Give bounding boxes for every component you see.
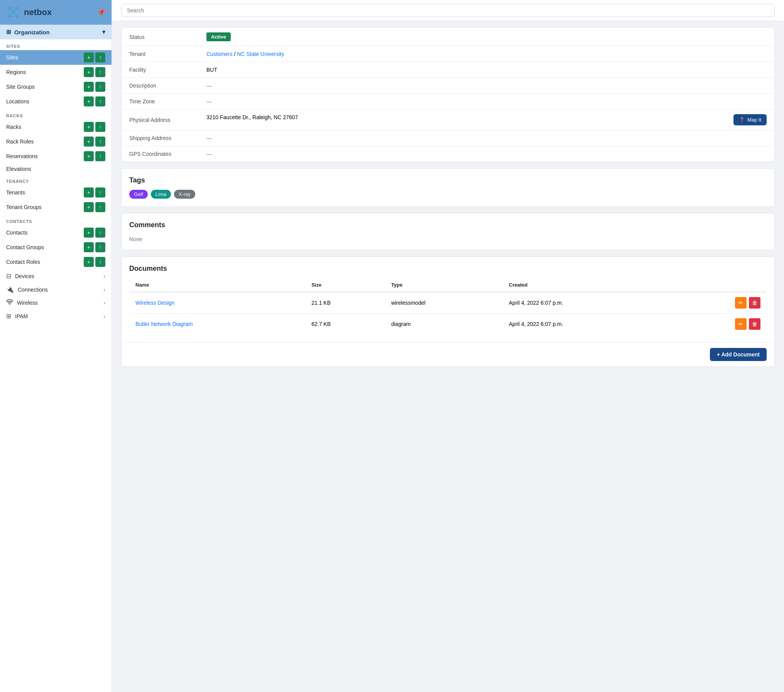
sidebar-item-contact-groups[interactable]: Contact Groups + ↑ — [0, 240, 112, 255]
sidebar-item-racks[interactable]: Racks + ↑ — [0, 120, 112, 134]
tag-lima[interactable]: Lima — [151, 190, 171, 199]
rack-roles-import-button[interactable]: ↑ — [95, 137, 105, 147]
tenant-groups-add-button[interactable]: + — [84, 202, 94, 212]
contact-roles-add-button[interactable]: + — [84, 257, 94, 267]
delete-wireless-design-button[interactable]: 🗑 — [749, 297, 760, 309]
sidebar-item-sites[interactable]: Sites + ↑ — [0, 50, 112, 65]
documents-card: Documents Name Size Type Created — [121, 257, 775, 367]
delete-butler-button[interactable]: 🗑 — [749, 318, 760, 330]
sites-label: Sites — [6, 54, 84, 61]
regions-import-button[interactable]: ↑ — [95, 67, 105, 77]
tenant-link-nc-state[interactable]: NC State University — [237, 51, 284, 57]
comments-value: None — [129, 235, 767, 242]
sidebar-item-wireless[interactable]: Wireless › — [0, 296, 112, 309]
sidebar-item-reservations[interactable]: Reservations + ↑ — [0, 149, 112, 164]
racks-actions: + ↑ — [84, 122, 105, 132]
tags-card: Tags Golf Lima X-ray — [121, 168, 775, 207]
reservations-add-button[interactable]: + — [84, 151, 94, 161]
chevron-right-icon: › — [103, 273, 105, 279]
sidebar-item-site-groups[interactable]: Site Groups + ↑ — [0, 79, 112, 94]
tenant-groups-import-button[interactable]: ↑ — [95, 202, 105, 212]
tenants-label: Tenants — [6, 189, 84, 196]
site-groups-add-button[interactable]: + — [84, 82, 94, 92]
contact-groups-import-button[interactable]: ↑ — [95, 242, 105, 252]
site-groups-import-button[interactable]: ↑ — [95, 82, 105, 92]
sidebar-item-ipam[interactable]: ⊞ IPAM › — [0, 309, 112, 323]
locations-label: Locations — [6, 98, 84, 105]
sidebar-item-devices[interactable]: ⊟ Devices › — [0, 269, 112, 283]
regions-actions: + ↑ — [84, 67, 105, 77]
sidebar-item-regions[interactable]: Regions + ↑ — [0, 65, 112, 79]
contact-groups-label: Contact Groups — [6, 244, 84, 250]
field-value-gps: — — [199, 146, 774, 162]
chevron-right-icon-4: › — [103, 313, 105, 319]
wireless-label: Wireless — [17, 300, 38, 306]
tenant-groups-label: Tenant Groups — [6, 204, 84, 210]
sidebar-item-connections[interactable]: 🔌 Connections › — [0, 283, 112, 296]
sidebar-item-contact-roles[interactable]: Contact Roles + ↑ — [0, 255, 112, 269]
field-value-timezone: — — [199, 94, 774, 110]
racks-add-button[interactable]: + — [84, 122, 94, 132]
tag-golf[interactable]: Golf — [129, 190, 148, 199]
field-label-tenant: Tenant — [122, 46, 199, 62]
doc-created-wireless-design: April 4, 2022 6:07 p.m. — [503, 292, 671, 314]
sites-import-button[interactable]: ↑ — [95, 52, 105, 62]
sidebar-item-locations[interactable]: Locations + ↑ — [0, 94, 112, 109]
rack-roles-add-button[interactable]: + — [84, 137, 94, 147]
doc-actions-butler: ✏ 🗑 — [671, 314, 767, 335]
documents-table: Name Size Type Created Wireless Design — [129, 278, 767, 334]
rack-roles-label: Rack Roles — [6, 138, 84, 145]
contact-groups-add-button[interactable]: + — [84, 242, 94, 252]
reservations-import-button[interactable]: ↑ — [95, 151, 105, 161]
sidebar-item-rack-roles[interactable]: Rack Roles + ↑ — [0, 134, 112, 149]
sidebar-item-elevations[interactable]: Elevations — [0, 164, 112, 174]
top-bar — [112, 0, 784, 21]
field-label-status: Status — [122, 28, 199, 46]
svg-line-6 — [13, 8, 17, 12]
map-it-button[interactable]: 📍 Map It — [733, 114, 767, 125]
org-nav-header[interactable]: ⊞ Organization ▾ — [0, 25, 112, 39]
contact-roles-import-button[interactable]: ↑ — [95, 257, 105, 267]
racks-import-button[interactable]: ↑ — [95, 122, 105, 132]
edit-wireless-design-button[interactable]: ✏ — [735, 297, 747, 309]
locations-import-button[interactable]: ↑ — [95, 96, 105, 106]
add-document-button[interactable]: + Add Document — [710, 348, 767, 361]
doc-size-butler: 62.7 KB — [305, 314, 385, 335]
sidebar-item-tenants[interactable]: Tenants + ↑ — [0, 185, 112, 200]
sidebar-item-contacts[interactable]: Contacts + ↑ — [0, 225, 112, 240]
doc-name-wireless-design: Wireless Design — [129, 292, 305, 314]
sidebar-item-tenant-groups[interactable]: Tenant Groups + ↑ — [0, 200, 112, 214]
site-groups-label: Site Groups — [6, 84, 84, 90]
contact-groups-actions: + ↑ — [84, 242, 105, 252]
chevron-down-icon: ▾ — [102, 29, 105, 35]
doc-size-wireless-design: 21.1 KB — [305, 292, 385, 314]
field-value-facility: BUT — [199, 62, 774, 78]
comments-card: Comments None — [121, 213, 775, 250]
doc-link-wireless-design[interactable]: Wireless Design — [135, 300, 174, 306]
table-row: Shipping Address — — [122, 130, 774, 146]
table-row: Status Active — [122, 28, 774, 46]
tenant-link-customers[interactable]: Customers — [206, 51, 233, 57]
table-header-row: Name Size Type Created — [129, 278, 767, 292]
devices-icon: ⊟ — [6, 272, 11, 280]
tag-xray[interactable]: X-ray — [174, 190, 195, 199]
contacts-import-button[interactable]: ↑ — [95, 228, 105, 238]
tenants-add-button[interactable]: + — [84, 187, 94, 197]
regions-add-button[interactable]: + — [84, 67, 94, 77]
sidebar-logo-header[interactable]: netbox 📌 — [0, 0, 112, 25]
locations-add-button[interactable]: + — [84, 96, 94, 106]
search-input[interactable] — [121, 4, 775, 17]
tenants-import-button[interactable]: ↑ — [95, 187, 105, 197]
edit-butler-button[interactable]: ✏ — [735, 318, 747, 330]
contacts-add-button[interactable]: + — [84, 228, 94, 238]
pin-icon: 📌 — [97, 8, 105, 17]
contact-roles-label: Contact Roles — [6, 259, 84, 265]
wireless-icon — [6, 299, 13, 306]
doc-type-butler: diagram — [385, 314, 503, 335]
site-groups-actions: + ↑ — [84, 82, 105, 92]
doc-link-butler[interactable]: Butler Network Diagram — [135, 321, 193, 327]
table-row: Description — — [122, 78, 774, 94]
sites-add-button[interactable]: + — [84, 52, 94, 62]
col-name: Name — [129, 278, 305, 292]
netbox-logo-icon — [6, 5, 20, 19]
